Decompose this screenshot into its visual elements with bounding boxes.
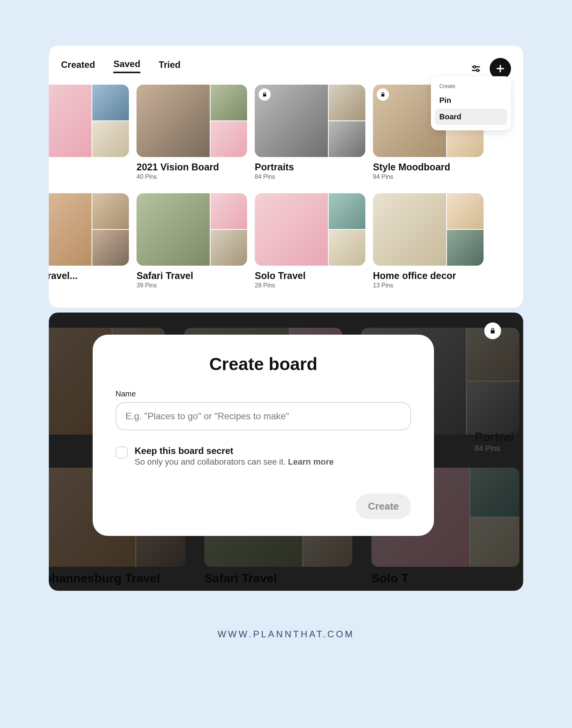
lock-icon <box>259 88 271 101</box>
learn-more-link[interactable]: Learn more <box>288 457 334 467</box>
create-board-modal: Create board Name Keep this board secret… <box>93 335 434 536</box>
board-card[interactable]: burg Travel... <box>49 193 129 289</box>
board-title: Solo Travel <box>255 270 365 281</box>
board-title: Home office decor <box>373 270 484 281</box>
board-title: Portraits <box>255 162 365 173</box>
create-board-submit[interactable]: Create <box>356 494 411 519</box>
secret-title: Keep this board secret <box>135 446 334 456</box>
secret-checkbox[interactable] <box>116 446 128 459</box>
board-card[interactable] <box>49 85 129 180</box>
board-card[interactable]: Home office decor 13 Pins <box>373 193 484 289</box>
lock-icon <box>377 88 389 101</box>
footer-url: WWW.PLANNTHAT.COM <box>0 629 572 640</box>
board-title: Style Moodboard <box>373 162 484 173</box>
board-card[interactable]: Safari Travel 39 Pins <box>137 193 247 289</box>
board-card[interactable]: 2021 Vision Board 40 Pins <box>137 85 247 180</box>
tab-created[interactable]: Created <box>61 57 95 72</box>
board-meta: 39 Pins <box>137 282 247 289</box>
board-meta: 84 Pins <box>255 173 365 180</box>
create-popover: Create Pin Board <box>431 76 511 130</box>
popover-item-pin[interactable]: Pin <box>435 92 507 109</box>
board-card[interactable]: Solo Travel 28 Pins <box>255 193 365 289</box>
board-meta: 40 Pins <box>137 173 247 180</box>
tab-saved[interactable]: Saved <box>113 56 140 73</box>
create-board-view: Portrai 84 Pins Johannesburg Travel Safa… <box>49 313 523 591</box>
svg-point-1 <box>477 69 479 72</box>
board-card[interactable]: Portraits 84 Pins <box>255 85 365 180</box>
profile-boards-view: Created Saved Tried Create Pin Board <box>49 46 523 308</box>
tab-tried[interactable]: Tried <box>159 57 180 72</box>
board-meta: 94 Pins <box>373 173 484 180</box>
tabs-bar: Created Saved Tried <box>49 53 523 76</box>
board-meta: 13 Pins <box>373 282 484 289</box>
partial-board-label: Portrai 84 Pins <box>475 430 514 453</box>
board-title: burg Travel... <box>49 270 129 281</box>
modal-actions: Create <box>116 494 411 519</box>
board-title: Safari Travel <box>137 270 247 281</box>
modal-title: Create board <box>116 354 411 374</box>
lock-icon <box>484 322 501 339</box>
board-name-input[interactable] <box>116 402 411 430</box>
name-label: Name <box>116 390 411 398</box>
board-meta: 28 Pins <box>255 282 365 289</box>
popover-heading: Create <box>435 82 507 92</box>
board-title: 2021 Vision Board <box>137 162 247 173</box>
svg-point-0 <box>473 66 476 68</box>
filter-icon[interactable] <box>470 63 482 75</box>
popover-item-board[interactable]: Board <box>435 109 507 125</box>
secret-description: So only you and collaborators can see it… <box>135 457 334 467</box>
secret-toggle-row: Keep this board secret So only you and c… <box>116 446 411 467</box>
